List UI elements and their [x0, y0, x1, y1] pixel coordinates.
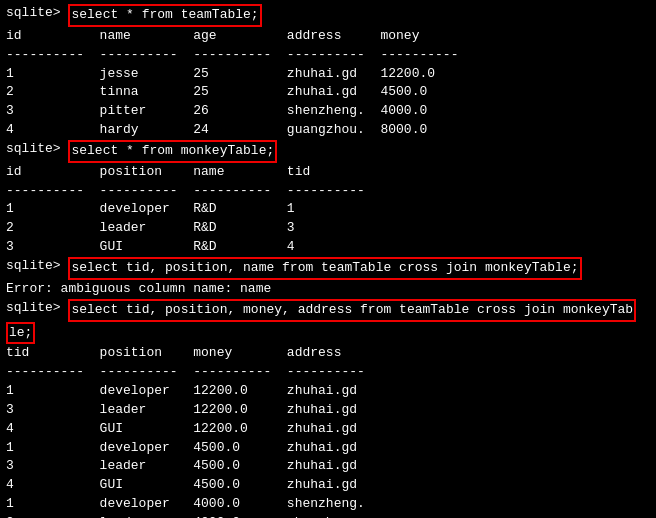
table-row: 3 leader 12200.0 zhuhai.gd: [6, 401, 650, 420]
command-line: sqlite> select * from teamTable;: [6, 4, 650, 27]
sql-command: select * from teamTable;: [68, 4, 261, 27]
table-separator: ---------- ---------- ---------- -------…: [6, 363, 650, 382]
error-message: Error: ambiguous column name: name: [6, 280, 650, 299]
table-row: 1 jesse 25 zhuhai.gd 12200.0: [6, 65, 650, 84]
table-separator: ---------- ---------- ---------- -------…: [6, 46, 650, 65]
sql-command: select tid, position, money, address fro…: [68, 299, 636, 322]
command-line: sqlite> select tid, position, name from …: [6, 257, 650, 280]
prompt: sqlite>: [6, 257, 68, 280]
table-row: 1 developer R&D 1: [6, 200, 650, 219]
table-row: 1 developer 12200.0 zhuhai.gd: [6, 382, 650, 401]
sql-command: select tid, position, name from teamTabl…: [68, 257, 581, 280]
table-header: tid position money address: [6, 344, 650, 363]
sql-command: select * from monkeyTable;: [68, 140, 277, 163]
table-row: 4 GUI 4500.0 zhuhai.gd: [6, 476, 650, 495]
table-header: id position name tid: [6, 163, 650, 182]
command-line: sqlite> select * from monkeyTable;: [6, 140, 650, 163]
terminal: sqlite> select * from teamTable;id name …: [6, 4, 650, 518]
table-row: 2 leader R&D 3: [6, 219, 650, 238]
table-row: 1 developer 4500.0 zhuhai.gd: [6, 439, 650, 458]
table-header: id name age address money: [6, 27, 650, 46]
prompt: sqlite>: [6, 140, 68, 163]
sql-command-cont: le;: [6, 322, 35, 345]
table-row: 2 tinna 25 zhuhai.gd 4500.0: [6, 83, 650, 102]
table-row: 3 pitter 26 shenzheng. 4000.0: [6, 102, 650, 121]
table-row: 3 leader 4000.0 shenzheng.: [6, 514, 650, 518]
table-row: 3 leader 4500.0 zhuhai.gd: [6, 457, 650, 476]
table-row: 4 hardy 24 guangzhou. 8000.0: [6, 121, 650, 140]
table-row: 3 GUI R&D 4: [6, 238, 650, 257]
table-row: 1 developer 4000.0 shenzheng.: [6, 495, 650, 514]
command-line-wrap2: le;: [6, 322, 650, 345]
table-row: 4 GUI 12200.0 zhuhai.gd: [6, 420, 650, 439]
prompt: sqlite>: [6, 4, 68, 27]
table-separator: ---------- ---------- ---------- -------…: [6, 182, 650, 201]
prompt: sqlite>: [6, 299, 68, 322]
command-line-wrap: sqlite> select tid, position, money, add…: [6, 299, 650, 322]
